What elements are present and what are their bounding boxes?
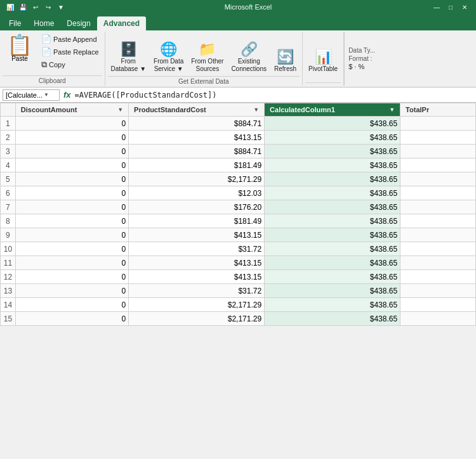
table-row[interactable]: 90$413.15$438.65 [1, 228, 476, 242]
cell-discount[interactable]: 0 [15, 172, 128, 186]
cell-discount[interactable]: 0 [15, 186, 128, 200]
cell-discount[interactable]: 0 [15, 145, 128, 158]
cell-cost[interactable]: $884.71 [129, 145, 265, 158]
cell-calc[interactable]: $438.65 [265, 256, 400, 270]
cell-cost[interactable]: $413.15 [129, 228, 265, 242]
cell-cost[interactable]: $181.49 [129, 214, 265, 228]
cell-discount[interactable]: 0 [15, 158, 128, 172]
cell-calc[interactable]: $438.65 [265, 172, 400, 186]
table-row[interactable]: 10$884.71$438.65 [1, 117, 476, 131]
cell-calc[interactable]: $438.65 [265, 312, 400, 326]
tab-advanced[interactable]: Advanced [97, 16, 146, 30]
cost-filter-icon[interactable]: ▼ [253, 107, 259, 113]
col-header-calc[interactable]: CalculatedColumn1 ▼ [265, 103, 400, 117]
cell-total[interactable] [400, 214, 476, 228]
cell-calc[interactable]: $438.65 [265, 158, 400, 172]
minimize-button[interactable]: — [430, 2, 443, 12]
table-row[interactable]: 140$2,171.29$438.65 [1, 298, 476, 312]
cell-total[interactable] [400, 145, 476, 158]
formula-content[interactable]: =AVERAGE([ProductStandardCost]) [75, 91, 473, 100]
cell-cost[interactable]: $413.15 [129, 131, 265, 145]
cell-total[interactable] [400, 228, 476, 242]
table-row[interactable]: 130$31.72$438.65 [1, 284, 476, 298]
tab-home[interactable]: Home [27, 16, 60, 30]
table-row[interactable]: 30$884.71$438.65 [1, 145, 476, 158]
col-header-discount[interactable]: DiscountAmount ▼ [15, 103, 128, 117]
cell-total[interactable] [400, 158, 476, 172]
cell-calc[interactable]: $438.65 [265, 117, 400, 131]
existing-connections-button[interactable]: 🔗 ExistingConnections [228, 33, 270, 75]
tab-design[interactable]: Design [60, 16, 96, 30]
cell-calc[interactable]: $438.65 [265, 145, 400, 158]
cell-discount[interactable]: 0 [15, 298, 128, 312]
cell-cost[interactable]: $2,171.29 [129, 298, 265, 312]
cell-total[interactable] [400, 284, 476, 298]
cell-discount[interactable]: 0 [15, 242, 128, 256]
cell-total[interactable] [400, 200, 476, 214]
cell-cost[interactable]: $181.49 [129, 158, 265, 172]
dropdown-icon[interactable]: ▼ [56, 2, 66, 12]
cell-discount[interactable]: 0 [15, 214, 128, 228]
table-row[interactable]: 110$413.15$438.65 [1, 256, 476, 270]
cell-calc[interactable]: $438.65 [265, 242, 400, 256]
cell-calc[interactable]: $438.65 [265, 228, 400, 242]
cell-discount[interactable]: 0 [15, 117, 128, 131]
cell-calc[interactable]: $438.65 [265, 270, 400, 284]
calc-filter-icon[interactable]: ▼ [389, 107, 395, 113]
cell-discount[interactable]: 0 [15, 256, 128, 270]
table-row[interactable]: 100$31.72$438.65 [1, 242, 476, 256]
pivot-table-button[interactable]: 📊 PivotTable [305, 33, 341, 75]
cell-calc[interactable]: $438.65 [265, 186, 400, 200]
table-row[interactable]: 60$12.03$438.65 [1, 186, 476, 200]
close-button[interactable]: ✕ [458, 2, 471, 12]
cell-total[interactable] [400, 256, 476, 270]
cell-cost[interactable]: $884.71 [129, 117, 265, 131]
paste-append-button[interactable]: 📄 Paste Append [38, 33, 102, 45]
cell-discount[interactable]: 0 [15, 131, 128, 145]
name-box[interactable]: [Calculate... ▼ [3, 89, 60, 101]
cell-discount[interactable]: 0 [15, 312, 128, 326]
table-row[interactable]: 80$181.49$438.65 [1, 214, 476, 228]
cell-discount[interactable]: 0 [15, 200, 128, 214]
cell-total[interactable] [400, 131, 476, 145]
paste-button[interactable]: 📋 Paste [3, 33, 37, 64]
cell-total[interactable] [400, 117, 476, 131]
cell-calc[interactable]: $438.65 [265, 200, 400, 214]
cell-cost[interactable]: $413.15 [129, 256, 265, 270]
table-row[interactable]: 70$176.20$438.65 [1, 200, 476, 214]
maximize-button[interactable]: □ [444, 2, 457, 12]
cell-total[interactable] [400, 172, 476, 186]
tab-file[interactable]: File [3, 16, 27, 30]
table-row[interactable]: 40$181.49$438.65 [1, 158, 476, 172]
from-data-service-button[interactable]: 🌐 From DataService ▼ [150, 33, 187, 75]
table-row[interactable]: 150$2,171.29$438.65 [1, 312, 476, 326]
cell-discount[interactable]: 0 [15, 270, 128, 284]
cell-cost[interactable]: $31.72 [129, 242, 265, 256]
cell-discount[interactable]: 0 [15, 228, 128, 242]
cell-total[interactable] [400, 242, 476, 256]
cell-discount[interactable]: 0 [15, 284, 128, 298]
cell-cost[interactable]: $2,171.29 [129, 312, 265, 326]
cell-cost[interactable]: $413.15 [129, 270, 265, 284]
table-row[interactable]: 50$2,171.29$438.65 [1, 172, 476, 186]
redo-icon[interactable]: ↪ [43, 2, 53, 12]
undo-icon[interactable]: ↩ [30, 2, 41, 12]
cell-total[interactable] [400, 298, 476, 312]
cell-cost[interactable]: $31.72 [129, 284, 265, 298]
copy-button[interactable]: ⧉ Copy [38, 58, 102, 71]
cell-calc[interactable]: $438.65 [265, 214, 400, 228]
save-icon[interactable]: 💾 [18, 2, 28, 12]
table-row[interactable]: 120$413.15$438.65 [1, 270, 476, 284]
cell-calc[interactable]: $438.65 [265, 284, 400, 298]
col-header-cost[interactable]: ProductStandardCost ▼ [129, 103, 265, 117]
cell-cost[interactable]: $176.20 [129, 200, 265, 214]
refresh-button[interactable]: 🔄 Refresh [271, 33, 300, 75]
cell-total[interactable] [400, 186, 476, 200]
cell-cost[interactable]: $12.03 [129, 186, 265, 200]
table-row[interactable]: 20$413.15$438.65 [1, 131, 476, 145]
cell-cost[interactable]: $2,171.29 [129, 172, 265, 186]
from-other-sources-button[interactable]: 📁 From OtherSources [188, 33, 227, 75]
cell-calc[interactable]: $438.65 [265, 298, 400, 312]
cell-total[interactable] [400, 312, 476, 326]
cell-total[interactable] [400, 270, 476, 284]
